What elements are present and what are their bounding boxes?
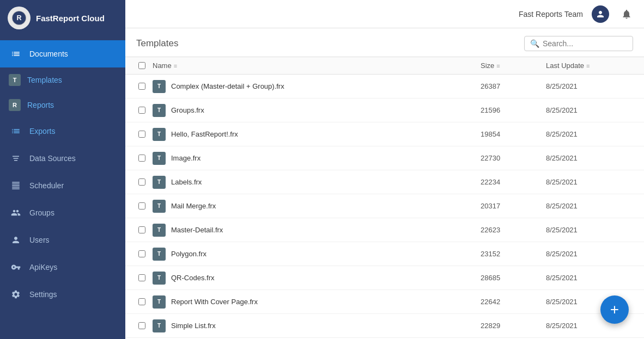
apikeys-icon	[9, 260, 23, 274]
row-checkbox-8[interactable]	[138, 274, 145, 281]
file-date-5: 8/25/2021	[546, 202, 633, 210]
col-name-sort-icon[interactable]: ≡	[174, 63, 177, 69]
documents-icon	[9, 47, 23, 61]
col-size-sort-icon[interactable]: ≡	[496, 63, 500, 69]
file-info-8: T QR-Codes.frx	[153, 272, 481, 285]
sidebar-item-users[interactable]: Users	[0, 226, 125, 254]
file-info-10: T Simple List.frx	[153, 319, 481, 332]
table-row[interactable]: T Master-Detail.frx 22623 8/25/2021	[125, 218, 644, 242]
sidebar-item-scheduler[interactable]: Scheduler	[0, 172, 125, 199]
table-row[interactable]: T Mail Merge.frx 20317 8/25/2021	[125, 194, 644, 218]
row-checkbox-4[interactable]	[138, 178, 145, 186]
row-checkbox-6[interactable]	[138, 226, 145, 233]
file-info-9: T Report With Cover Page.frx	[153, 295, 481, 309]
user-avatar[interactable]	[592, 5, 609, 23]
file-badge-1: T	[153, 104, 166, 117]
row-checkbox-cell	[131, 155, 153, 162]
table-header: Name ≡ Size ≡ Last Update ≡	[125, 57, 644, 75]
sidebar-item-apikeys[interactable]: ApiKeys	[0, 254, 125, 281]
file-badge-8: T	[153, 272, 166, 285]
table-row[interactable]: T Labels.frx 22234 8/25/2021	[125, 170, 644, 194]
file-size-1: 21596	[481, 106, 546, 114]
file-info-0: T Complex (Master-detail + Group).frx	[153, 80, 481, 93]
row-checkbox-1[interactable]	[138, 107, 145, 114]
sidebar-item-exports[interactable]: Exports	[0, 118, 125, 145]
file-size-9: 22642	[481, 298, 546, 306]
file-name-5: Mail Merge.frx	[171, 202, 216, 210]
file-table: Name ≡ Size ≡ Last Update ≡ T Complex	[125, 57, 644, 339]
col-size-header: Size ≡	[481, 61, 546, 70]
file-name-8: QR-Codes.frx	[171, 274, 214, 282]
file-date-8: 8/25/2021	[546, 274, 633, 282]
sidebar-item-templates[interactable]: T Templates	[0, 67, 125, 93]
row-checkbox-0[interactable]	[138, 83, 145, 90]
file-date-10: 8/25/2021	[546, 322, 633, 330]
reports-label: Reports	[27, 101, 54, 109]
row-checkbox-9[interactable]	[138, 298, 145, 305]
documents-label: Documents	[29, 50, 68, 58]
file-size-5: 20317	[481, 202, 546, 210]
row-checkbox-10[interactable]	[138, 322, 145, 329]
file-info-6: T Master-Detail.frx	[153, 224, 481, 237]
search-box[interactable]: 🔍	[524, 36, 633, 51]
row-checkbox-2[interactable]	[138, 131, 145, 138]
file-size-8: 28685	[481, 274, 546, 282]
row-checkbox-7[interactable]	[138, 250, 145, 257]
row-checkbox-cell	[131, 131, 153, 138]
content-area: Templates 🔍 Name ≡ Size ≡	[125, 28, 644, 339]
col-date-sort-icon[interactable]: ≡	[586, 63, 590, 69]
search-input[interactable]	[543, 39, 627, 48]
apikeys-label: ApiKeys	[29, 263, 57, 272]
app-title: FastReport Cloud	[36, 14, 105, 23]
select-all-checkbox[interactable]	[138, 62, 145, 69]
data-sources-icon	[9, 151, 23, 165]
templates-icon: T	[9, 74, 21, 86]
row-checkbox-cell	[131, 250, 153, 257]
file-size-0: 26387	[481, 82, 546, 90]
file-name-3: Image.frx	[171, 154, 201, 162]
sidebar-item-groups[interactable]: Groups	[0, 199, 125, 226]
table-row[interactable]: T Complex (Master-detail + Group).frx 26…	[125, 75, 644, 98]
table-row[interactable]: T Simple List.frx 22829 8/25/2021	[125, 314, 644, 338]
row-checkbox-3[interactable]	[138, 155, 145, 162]
file-size-10: 22829	[481, 322, 546, 330]
svg-text:R: R	[16, 14, 21, 22]
file-info-2: T Hello, FastReport!.frx	[153, 128, 481, 141]
table-row[interactable]: T Image.frx 22730 8/25/2021	[125, 146, 644, 170]
file-badge-9: T	[153, 295, 166, 309]
topbar: Fast Reports Team	[125, 0, 644, 28]
settings-icon	[9, 287, 23, 301]
file-name-9: Report With Cover Page.frx	[171, 298, 258, 306]
file-info-1: T Groups.frx	[153, 104, 481, 117]
sidebar-item-reports[interactable]: R Reports	[0, 93, 125, 118]
sidebar-item-data-sources[interactable]: Data Sources	[0, 145, 125, 172]
row-checkbox-cell	[131, 107, 153, 114]
scheduler-label: Scheduler	[29, 181, 64, 190]
table-row[interactable]: T Polygon.frx 23152 8/25/2021	[125, 242, 644, 266]
table-row[interactable]: T Groups.frx 21596 8/25/2021	[125, 98, 644, 122]
add-button[interactable]: +	[600, 295, 629, 324]
file-info-7: T Polygon.frx	[153, 248, 481, 261]
row-checkbox-cell	[131, 298, 153, 305]
exports-label: Exports	[29, 127, 55, 135]
sidebar-item-settings[interactable]: Settings	[0, 281, 125, 308]
row-checkbox-cell	[131, 322, 153, 329]
col-name-header: Name ≡	[153, 61, 481, 70]
notifications-bell[interactable]	[618, 5, 635, 23]
templates-label: Templates	[27, 76, 62, 84]
users-icon	[9, 233, 23, 247]
row-checkbox-cell	[131, 202, 153, 209]
file-badge-0: T	[153, 80, 166, 93]
header-checkbox-cell	[131, 61, 153, 70]
groups-label: Groups	[29, 208, 54, 217]
row-checkbox-cell	[131, 178, 153, 186]
table-row[interactable]: T Hello, FastReport!.frx 19854 8/25/2021	[125, 122, 644, 146]
sidebar-item-documents[interactable]: Documents	[0, 40, 125, 67]
search-icon: 🔍	[530, 39, 539, 48]
file-badge-10: T	[153, 319, 166, 332]
row-checkbox-5[interactable]	[138, 202, 145, 209]
row-checkbox-cell	[131, 83, 153, 90]
content-header: Templates 🔍	[125, 28, 644, 57]
table-row[interactable]: T Report With Cover Page.frx 22642 8/25/…	[125, 290, 644, 314]
table-row[interactable]: T QR-Codes.frx 28685 8/25/2021	[125, 266, 644, 290]
